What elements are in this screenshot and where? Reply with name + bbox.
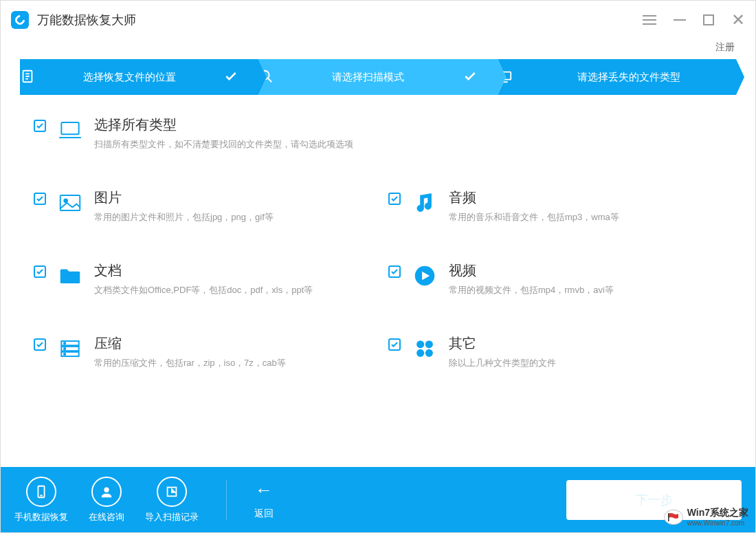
app-title: 万能数据恢复大师 — [37, 12, 136, 28]
option-text: 其它 除以上几种文件类型的文件 — [449, 334, 722, 369]
watermark-title: Win7系统之家 — [687, 507, 748, 518]
svg-rect-10 — [60, 195, 80, 210]
svg-rect-8 — [61, 122, 78, 134]
option-image[interactable]: 图片 常用的图片文件和照片，包括jpg，png，gif等 — [34, 188, 368, 224]
step-file-type[interactable]: 请选择丢失的文件类型 — [498, 59, 736, 95]
step-scan-mode[interactable]: 请选择扫描模式 — [258, 59, 497, 95]
option-text: 图片 常用的图片文件和照片，包括jpg，png，gif等 — [94, 188, 368, 224]
option-other[interactable]: 其它 除以上几种文件类型的文件 — [388, 334, 722, 369]
option-desc: 常用的视频文件，包括mp4，rmvb，avi等 — [449, 284, 722, 296]
option-desc: 常用的压缩文件，包括rar，zip，iso，7z，cab等 — [94, 357, 368, 369]
svg-line-5 — [268, 78, 272, 82]
content-area: 选择所有类型 扫描所有类型文件，如不清楚要找回的文件类型，请勾选此项选项 图片 … — [1, 116, 755, 369]
watermark-url: www.Winwin7.com — [687, 519, 748, 527]
option-video[interactable]: 视频 常用的视频文件，包括mp4，rmvb，avi等 — [388, 261, 722, 296]
step-label: 请选择丢失的文件类型 — [522, 71, 736, 84]
maximize-button[interactable] — [703, 14, 714, 25]
step-location[interactable]: 选择恢复文件的位置 — [20, 59, 258, 95]
step-label: 选择恢复文件的位置 — [45, 71, 214, 84]
option-desc: 常用的音乐和语音文件，包括mp3，wma等 — [449, 211, 722, 224]
svg-marker-28 — [172, 489, 175, 492]
music-icon — [410, 188, 439, 217]
option-text: 文档 文档类文件如Office,PDF等，包括doc，pdf，xls，ppt等 — [94, 261, 368, 296]
checkbox[interactable] — [34, 120, 46, 132]
option-all-types[interactable]: 选择所有类型 扫描所有类型文件，如不清楚要找回的文件类型，请勾选此项选项 — [34, 116, 722, 151]
label: 返回 — [254, 508, 274, 520]
app-logo-icon — [11, 11, 29, 29]
play-icon — [410, 261, 439, 290]
option-title: 音频 — [449, 188, 722, 207]
option-desc: 常用的图片文件和照片，包括jpg，png，gif等 — [94, 211, 368, 224]
menu-icon[interactable] — [643, 15, 656, 25]
checkbox[interactable] — [388, 338, 401, 351]
close-button[interactable]: ✕ — [731, 10, 745, 30]
option-text: 压缩 常用的压缩文件，包括rar，zip，iso，7z，cab等 — [94, 334, 368, 369]
divider — [226, 479, 227, 521]
check-icon — [224, 69, 238, 85]
minimize-button[interactable] — [674, 19, 686, 21]
archive-icon — [56, 334, 85, 363]
option-text: 视频 常用的视频文件，包括mp4，rmvb，avi等 — [449, 261, 722, 296]
checkbox[interactable] — [34, 193, 46, 205]
option-desc: 文档类文件如Office,PDF等，包括doc，pdf，xls，ppt等 — [94, 284, 368, 296]
option-title: 选择所有类型 — [94, 116, 722, 134]
bottom-bar: 手机数据恢复 在线咨询 导入扫描记录 ← 返回 下一步 — [1, 467, 755, 532]
checkbox[interactable] — [388, 193, 401, 205]
label: 下一步 — [636, 492, 673, 508]
check-icon — [463, 69, 477, 85]
steps-bar: 选择恢复文件的位置 请选择扫描模式 请选择丢失的文件类型 — [20, 59, 736, 95]
register-row: 注册 — [1, 39, 755, 59]
label: 在线咨询 — [89, 511, 124, 523]
svg-point-11 — [64, 199, 67, 202]
option-audio[interactable]: 音频 常用的音乐和语音文件，包括mp3，wma等 — [388, 188, 722, 224]
register-link[interactable]: 注册 — [715, 41, 735, 52]
option-archive[interactable]: 压缩 常用的压缩文件，包括rar，zip，iso，7z，cab等 — [34, 334, 368, 369]
option-text: 音频 常用的音乐和语音文件，包括mp3，wma等 — [449, 188, 722, 224]
checkbox[interactable] — [34, 265, 46, 278]
watermark: Win7系统之家 www.Winwin7.com — [664, 507, 748, 527]
label: 手机数据恢复 — [14, 511, 68, 523]
step-label: 请选择扫描模式 — [283, 71, 453, 84]
user-icon — [91, 477, 122, 507]
option-document[interactable]: 文档 文档类文件如Office,PDF等，包括doc，pdf，xls，ppt等 — [34, 261, 368, 296]
arrow-left-icon: ← — [255, 479, 273, 501]
online-consult-button[interactable]: 在线咨询 — [89, 477, 124, 523]
option-text: 选择所有类型 扫描所有类型文件，如不清楚要找回的文件类型，请勾选此项选项 — [94, 116, 722, 151]
phone-icon — [26, 477, 56, 507]
svg-point-22 — [416, 349, 424, 357]
option-desc: 除以上几种文件类型的文件 — [449, 357, 722, 369]
option-title: 图片 — [94, 188, 368, 207]
svg-point-19 — [64, 353, 65, 355]
option-title: 视频 — [449, 261, 722, 280]
svg-point-21 — [425, 340, 433, 348]
option-title: 压缩 — [94, 334, 368, 353]
svg-point-26 — [104, 487, 109, 492]
title-bar: 万能数据恢复大师 ✕ — [1, 1, 755, 39]
import-scan-button[interactable]: 导入扫描记录 — [145, 477, 199, 523]
grid-icon — [410, 334, 439, 363]
svg-point-18 — [64, 348, 65, 349]
label: 导入扫描记录 — [145, 511, 199, 523]
document-icon — [20, 69, 35, 86]
back-button[interactable]: ← 返回 — [254, 479, 274, 520]
image-icon — [56, 188, 85, 217]
window-controls: ✕ — [643, 10, 745, 30]
folder-icon — [56, 261, 85, 290]
svg-point-23 — [425, 349, 433, 357]
svg-rect-30 — [668, 513, 669, 521]
phone-recovery-button[interactable]: 手机数据恢复 — [14, 477, 68, 523]
checkbox[interactable] — [34, 338, 46, 351]
option-title: 其它 — [449, 334, 722, 353]
svg-point-17 — [64, 342, 65, 344]
svg-point-20 — [416, 340, 424, 348]
laptop-icon — [56, 116, 85, 144]
option-desc: 扫描所有类型文件，如不清楚要找回的文件类型，请勾选此项选项 — [94, 138, 722, 151]
checkbox[interactable] — [388, 265, 401, 278]
import-icon — [157, 477, 187, 507]
option-title: 文档 — [94, 261, 368, 280]
flag-icon — [664, 510, 683, 525]
